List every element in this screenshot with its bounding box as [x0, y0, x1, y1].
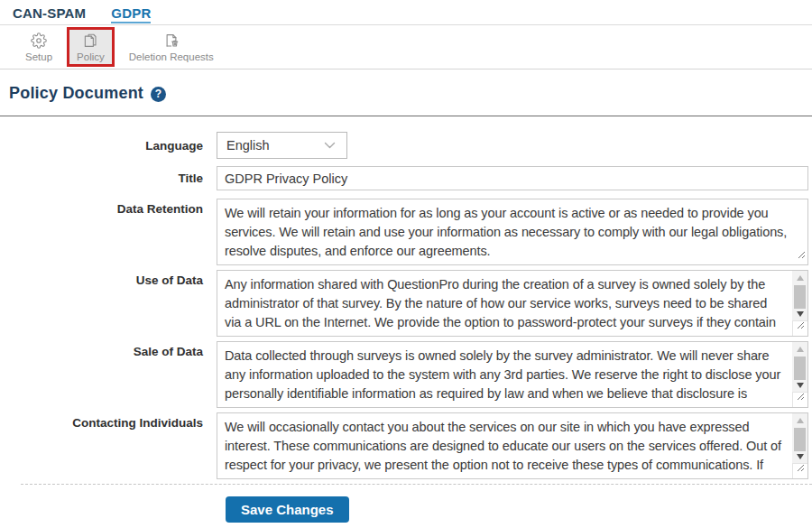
scroll-up-icon[interactable]	[797, 347, 804, 352]
use-of-data-label: Use of Data	[0, 270, 217, 337]
resize-handle-icon[interactable]	[797, 459, 805, 476]
scroll-up-icon[interactable]	[797, 418, 804, 423]
save-changes-button[interactable]: Save Changes	[226, 496, 349, 523]
toolbar-item-setup[interactable]: Setup	[18, 30, 60, 64]
contacting-individuals-row: Contacting Individuals We will occasiona…	[0, 412, 808, 479]
textarea-corner	[792, 463, 807, 478]
scrollbar-thumb[interactable]	[794, 285, 806, 309]
sale-of-data-textarea[interactable]: Data collected through surveys is owned …	[217, 341, 808, 408]
scroll-up-icon[interactable]	[797, 275, 804, 281]
contacting-individuals-label: Contacting Individuals	[0, 412, 217, 479]
help-icon[interactable]: ?	[151, 87, 166, 102]
textarea-corner	[792, 392, 807, 407]
title-row: Title	[0, 166, 808, 190]
toolbar-item-deletion-requests[interactable]: Deletion Requests	[122, 30, 221, 64]
scrollbar[interactable]	[792, 413, 807, 463]
gear-icon	[31, 32, 47, 50]
toolbar: Setup Policy D	[0, 25, 812, 69]
title-label: Title	[0, 171, 217, 185]
title-input[interactable]	[217, 166, 808, 190]
policy-pages-icon	[82, 32, 98, 50]
data-retention-textarea[interactable]: We will retain your information for as l…	[217, 199, 808, 265]
data-retention-label: Data Retention	[0, 199, 217, 265]
textarea-corner	[792, 320, 807, 336]
toolbar-item-label: Deletion Requests	[129, 51, 214, 62]
language-select[interactable]: English	[217, 132, 347, 159]
toolbar-item-label: Setup	[25, 51, 52, 62]
language-row: Language English	[0, 132, 808, 159]
section-divider	[21, 484, 812, 485]
scrollbar[interactable]	[792, 342, 807, 392]
scrollbar[interactable]	[792, 271, 807, 320]
resize-handle-icon[interactable]	[797, 388, 805, 404]
sale-of-data-row: Sale of Data Data collected through surv…	[0, 341, 808, 408]
page-header: Policy Document ?	[0, 69, 812, 116]
language-label: Language	[0, 139, 217, 153]
scrollbar-thumb[interactable]	[794, 357, 806, 380]
data-retention-row: Data Retention We will retain your infor…	[0, 199, 808, 265]
use-of-data-row: Use of Data Any information shared with …	[0, 270, 808, 337]
use-of-data-textarea[interactable]: Any information shared with QuestionPro …	[217, 270, 808, 337]
contacting-individuals-textarea[interactable]: We will occasionally contact you about t…	[217, 412, 808, 479]
toolbar-item-label: Policy	[77, 51, 105, 62]
actions-row: Save Changes	[226, 496, 812, 523]
document-trash-icon	[163, 32, 180, 50]
toolbar-item-policy[interactable]: Policy	[69, 30, 112, 64]
sale-of-data-label: Sale of Data	[0, 341, 217, 408]
resize-handle-icon[interactable]	[797, 317, 805, 333]
policy-form: Language English Title Data Retention We…	[0, 116, 812, 523]
language-selected-value: English	[226, 138, 270, 153]
gdpr-settings-page: CAN-SPAM GDPR Setup Policy	[0, 0, 812, 528]
resize-handle-icon[interactable]	[798, 246, 806, 263]
page-title: Policy Document	[9, 84, 143, 103]
tab-bar: CAN-SPAM GDPR	[0, 0, 812, 25]
scrollbar-thumb[interactable]	[794, 428, 806, 451]
tab-gdpr[interactable]: GDPR	[111, 5, 151, 23]
tab-can-spam[interactable]: CAN-SPAM	[13, 5, 86, 21]
chevron-down-icon	[324, 142, 336, 150]
